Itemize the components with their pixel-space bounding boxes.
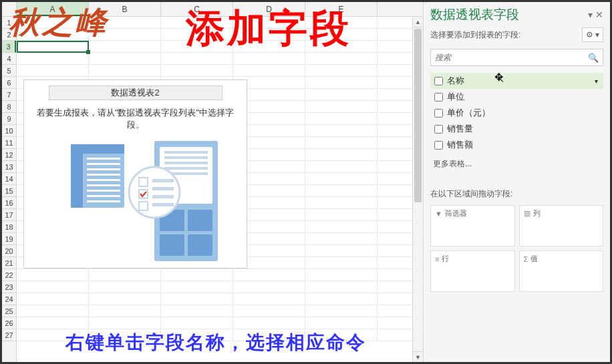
- pivot-illustration: [24, 138, 247, 268]
- rows-icon: ≡: [435, 255, 439, 263]
- svg-rect-8: [87, 184, 120, 186]
- svg-rect-16: [164, 162, 208, 164]
- pane-close-icon[interactable]: ✕: [595, 9, 603, 20]
- scroll-down-icon[interactable]: ▼: [413, 351, 423, 362]
- vertical-scrollbar[interactable]: ▲ ▼: [412, 17, 423, 362]
- pivot-fields-pane: 数据透视表字段 ▾ ✕ 选择要添加到报表的字段: ⚙ ▾ 🔍 名称▾✥↖单位单价…: [423, 2, 610, 362]
- field-item-2[interactable]: 单价（元）: [430, 105, 603, 121]
- pane-options-button[interactable]: ⚙ ▾: [582, 27, 603, 42]
- field-checkbox[interactable]: [434, 93, 443, 102]
- col-header-D[interactable]: D: [233, 2, 305, 16]
- row-header-16[interactable]: 16: [2, 197, 16, 209]
- field-item-1[interactable]: 单位: [430, 89, 603, 105]
- search-box[interactable]: 🔍: [430, 49, 603, 66]
- row-header-13[interactable]: 13: [2, 161, 16, 173]
- svg-rect-2: [71, 144, 83, 208]
- svg-rect-24: [152, 179, 174, 182]
- row-header-5[interactable]: 5: [2, 65, 16, 77]
- scroll-thumb[interactable]: [414, 29, 422, 202]
- field-label: 单位: [447, 91, 464, 103]
- field-label: 名称: [447, 75, 464, 87]
- svg-rect-22: [188, 234, 212, 256]
- row-header-10[interactable]: 10: [2, 125, 16, 137]
- col-header-C[interactable]: C: [161, 2, 233, 16]
- pivot-placeholder-msg: 若要生成报表，请从"数据透视表字段列表"中选择字段。: [24, 104, 247, 138]
- row-header-14[interactable]: 14: [2, 173, 16, 185]
- more-tables-link[interactable]: 更多表格...: [430, 158, 603, 170]
- row-header-12[interactable]: 12: [2, 149, 16, 161]
- svg-rect-20: [188, 210, 212, 231]
- scroll-up-icon[interactable]: ▲: [413, 17, 423, 27]
- svg-rect-5: [87, 168, 120, 170]
- field-item-4[interactable]: 销售额: [430, 137, 603, 153]
- pane-subtitle: 选择要添加到报表的字段:: [430, 29, 520, 41]
- row-header-8[interactable]: 8: [2, 101, 16, 113]
- row-header-4[interactable]: 4: [2, 53, 16, 65]
- svg-rect-27: [152, 203, 174, 206]
- row-header-3[interactable]: 3: [2, 41, 16, 53]
- pane-title: 数据透视表字段: [430, 6, 519, 23]
- area-rows[interactable]: ≡行: [430, 250, 515, 292]
- col-header-A[interactable]: A: [17, 2, 89, 16]
- pane-dropdown-icon[interactable]: ▾: [588, 9, 593, 20]
- svg-rect-30: [139, 202, 148, 210]
- row-header-1[interactable]: 1: [2, 17, 16, 29]
- field-label: 单价（元）: [447, 107, 490, 119]
- row-header-24[interactable]: 24: [2, 293, 16, 305]
- svg-rect-6: [87, 174, 120, 176]
- row-header-6[interactable]: 6: [2, 77, 16, 89]
- row-header-23[interactable]: 23: [2, 281, 16, 293]
- row-header-27[interactable]: 27: [2, 329, 16, 341]
- area-values[interactable]: Σ值: [519, 250, 604, 292]
- cells-grid[interactable]: 数据透视表2 若要生成报表，请从"数据透视表字段列表"中选择字段。: [17, 17, 412, 362]
- row-header-26[interactable]: 26: [2, 317, 16, 329]
- fields-list: 名称▾✥↖单位单价（元）销售量销售额: [430, 73, 603, 153]
- row-header-17[interactable]: 17: [2, 209, 16, 221]
- col-header-E[interactable]: E: [305, 2, 377, 16]
- field-label: 销售量: [447, 123, 473, 135]
- row-header-22[interactable]: 22: [2, 269, 16, 281]
- row-header-21[interactable]: 21: [2, 257, 16, 269]
- search-input[interactable]: [435, 53, 588, 62]
- svg-rect-9: [87, 190, 120, 192]
- row-header-11[interactable]: 11: [2, 137, 16, 149]
- svg-rect-14: [164, 151, 208, 154]
- columns-icon: ▥: [524, 209, 530, 218]
- areas-label: 在以下区域间拖动字段:: [430, 188, 603, 200]
- row-header-20[interactable]: 20: [2, 245, 16, 257]
- row-headers: 1234567891011121314151617181920212223242…: [2, 17, 17, 362]
- column-headers: A B C D E: [2, 2, 423, 17]
- field-checkbox[interactable]: [434, 125, 443, 134]
- values-icon: Σ: [524, 255, 528, 263]
- area-columns[interactable]: ▥列: [519, 205, 604, 246]
- svg-rect-17: [164, 167, 208, 170]
- pivot-placeholder-title: 数据透视表2: [49, 85, 222, 100]
- row-header-25[interactable]: 25: [2, 305, 16, 317]
- field-dropdown-icon[interactable]: ▾: [595, 77, 598, 85]
- svg-rect-28: [139, 178, 148, 186]
- svg-rect-11: [87, 200, 120, 202]
- field-checkbox[interactable]: [434, 141, 443, 150]
- field-item-0[interactable]: 名称▾✥↖: [430, 73, 603, 89]
- svg-rect-21: [160, 234, 184, 256]
- pivot-placeholder-box: 数据透视表2 若要生成报表，请从"数据透视表字段列表"中选择字段。: [23, 79, 247, 268]
- row-header-2[interactable]: 2: [2, 29, 16, 41]
- select-all-corner[interactable]: [2, 2, 17, 16]
- row-header-15[interactable]: 15: [2, 185, 16, 197]
- search-icon[interactable]: 🔍: [588, 53, 599, 63]
- col-header-B[interactable]: B: [89, 2, 161, 16]
- svg-rect-26: [152, 195, 174, 198]
- row-header-19[interactable]: 19: [2, 233, 16, 245]
- row-header-7[interactable]: 7: [2, 89, 16, 101]
- svg-point-23: [129, 167, 180, 218]
- svg-rect-4: [87, 163, 120, 165]
- row-header-18[interactable]: 18: [2, 221, 16, 233]
- field-checkbox[interactable]: [434, 109, 443, 118]
- row-header-9[interactable]: 9: [2, 113, 16, 125]
- svg-rect-7: [87, 179, 120, 181]
- area-filter[interactable]: ▼筛选器: [430, 205, 515, 246]
- field-checkbox[interactable]: [434, 77, 443, 85]
- spreadsheet-area: A B C D E 123456789101112131415161718192…: [2, 2, 423, 362]
- field-item-3[interactable]: 销售量: [430, 121, 603, 137]
- svg-rect-15: [164, 156, 208, 159]
